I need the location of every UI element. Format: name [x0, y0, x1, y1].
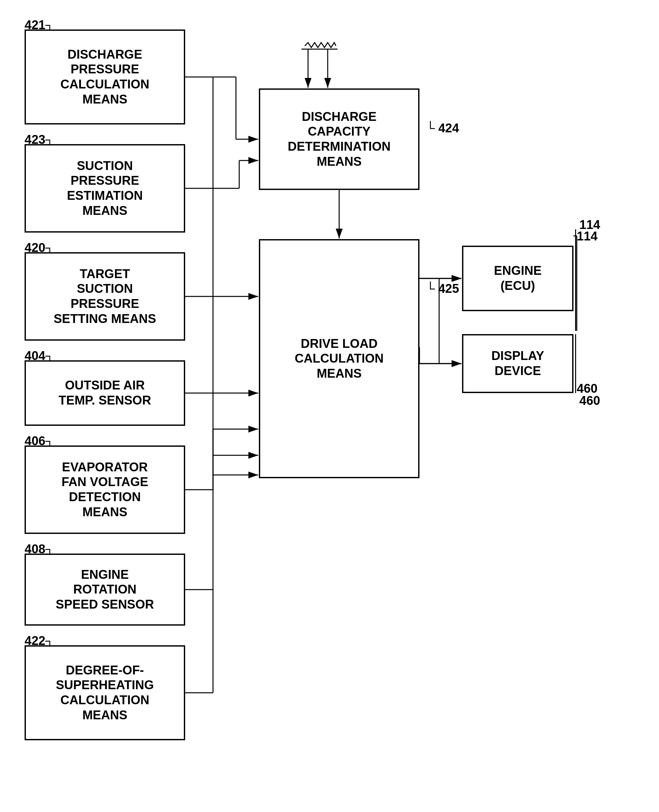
block-drive-load: DRIVE LOADCALCULATIONMEANS: [259, 239, 419, 478]
block-discharge-pressure-text: DISCHARGEPRESSURECALCULATIONMEANS: [60, 47, 150, 107]
block-suction-pressure-estimation-text: SUCTIONPRESSUREESTIMATIONMEANS: [67, 159, 143, 218]
block-engine-rotation-text: ENGINEROTATIONSPEED SENSOR: [56, 567, 154, 612]
diagram: 421┐ 423┐ 420┐ 404┐ 406┐ 408┐ 422┐ └ 424…: [0, 0, 659, 812]
label-425: └ 425: [426, 282, 459, 296]
block-outside-air-temp: OUTSIDE AIRTEMP. SENSOR: [25, 360, 185, 426]
label-group-460: 460: [575, 334, 579, 393]
block-discharge-capacity: DISCHARGECAPACITYDETERMINATIONMEANS: [259, 88, 419, 190]
label-114-text: 114: [579, 218, 600, 232]
block-discharge-capacity-text: DISCHARGECAPACITYDETERMINATIONMEANS: [288, 109, 391, 169]
block-display-device: DISPLAYDEVICE: [462, 334, 574, 393]
block-discharge-pressure: DISCHARGEPRESSURECALCULATIONMEANS: [25, 30, 185, 124]
block-evaporator-fan-text: EVAPORATORFAN VOLTAGEDETECTIONMEANS: [61, 460, 148, 519]
block-outside-air-temp-text: OUTSIDE AIRTEMP. SENSOR: [59, 378, 151, 408]
block-drive-load-text: DRIVE LOADCALCULATIONMEANS: [295, 337, 384, 381]
block-target-suction-pressure: TARGETSUCTIONPRESSURESETTING MEANS: [25, 252, 185, 341]
block-evaporator-fan: EVAPORATORFAN VOLTAGEDETECTIONMEANS: [25, 445, 185, 534]
block-display-device-text: DISPLAYDEVICE: [491, 348, 544, 378]
label-424: └ 424: [426, 121, 459, 135]
block-engine-ecu-text: ENGINE(ECU): [494, 263, 542, 293]
block-engine-rotation: ENGINEROTATIONSPEED SENSOR: [25, 554, 185, 626]
block-degree-superheating: DEGREE-OF-SUPERHEATINGCALCULATIONMEANS: [25, 645, 185, 740]
label-460-text: 460: [579, 394, 600, 408]
block-degree-superheating-text: DEGREE-OF-SUPERHEATINGCALCULATIONMEANS: [56, 663, 154, 722]
block-target-suction-pressure-text: TARGETSUCTIONPRESSURESETTING MEANS: [54, 267, 156, 326]
block-suction-pressure-estimation: SUCTIONPRESSUREESTIMATIONMEANS: [25, 144, 185, 233]
label-group-114: 114: [575, 229, 579, 331]
block-engine-ecu: ENGINE(ECU): [462, 245, 574, 311]
